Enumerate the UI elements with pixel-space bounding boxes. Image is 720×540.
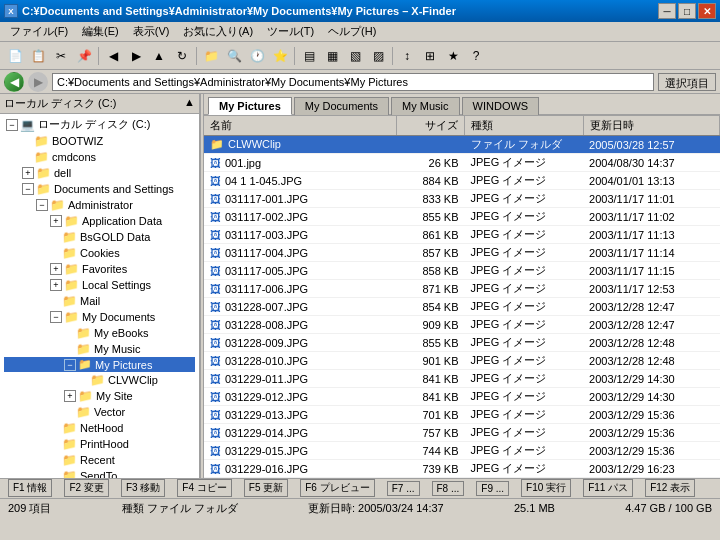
- table-row[interactable]: 🖼031228-009.JPG 855 KB JPEG イメージ 2003/12…: [204, 334, 720, 352]
- table-row[interactable]: 🖼031117-003.JPG 861 KB JPEG イメージ 2003/11…: [204, 226, 720, 244]
- fkey-f10[interactable]: F10 実行: [521, 479, 571, 497]
- col-header-size[interactable]: サイズ: [396, 116, 464, 136]
- menu-edit[interactable]: 編集(E): [76, 22, 125, 41]
- back-button[interactable]: ◀: [4, 72, 24, 92]
- toolbar-btn-sort[interactable]: ↕: [396, 45, 418, 67]
- toolbar-btn-paste[interactable]: 📌: [73, 45, 95, 67]
- tree-item-recent[interactable]: 📁 Recent: [4, 452, 195, 468]
- tree-expand-local[interactable]: +: [50, 279, 62, 291]
- toolbar-btn-history[interactable]: 🕐: [246, 45, 268, 67]
- tree-expand-admin[interactable]: −: [36, 199, 48, 211]
- tree-item-bsgold[interactable]: 📁 BsGOLD Data: [4, 229, 195, 245]
- toolbar-btn-new[interactable]: 📄: [4, 45, 26, 67]
- fkey-f3[interactable]: F3 移動: [121, 479, 165, 497]
- fkey-f11[interactable]: F11 パス: [583, 479, 633, 497]
- menu-file[interactable]: ファイル(F): [4, 22, 74, 41]
- table-row[interactable]: 🖼031117-006.JPG 871 KB JPEG イメージ 2003/11…: [204, 280, 720, 298]
- table-row[interactable]: 🖼031229-017.JPG 860 KB JPEG イメージ 2003/12…: [204, 478, 720, 479]
- tree-item-dell[interactable]: + 📁 dell: [4, 165, 195, 181]
- tree-item-local-settings[interactable]: + 📁 Local Settings: [4, 277, 195, 293]
- tree-item-bootwiz[interactable]: 📁 BOOTWIZ: [4, 133, 195, 149]
- tab-mypictures[interactable]: My Pictures: [208, 97, 292, 115]
- dropdown-label[interactable]: 選択項目: [658, 73, 716, 91]
- table-row[interactable]: 🖼031228-010.JPG 901 KB JPEG イメージ 2003/12…: [204, 352, 720, 370]
- tree-item-admin[interactable]: − 📁 Administrator: [4, 197, 195, 213]
- file-list[interactable]: 名前 サイズ 種類 更新日時 📁CLWWClip ファイル フォルダ 2005/…: [204, 116, 720, 478]
- tree-item-appdata[interactable]: + 📁 Application Data: [4, 213, 195, 229]
- fkey-f9[interactable]: F9 ...: [476, 481, 509, 496]
- toolbar-btn-view2[interactable]: ▦: [321, 45, 343, 67]
- tree-item-mysite[interactable]: + 📁 My Site: [4, 388, 195, 404]
- tree-expand-mysite[interactable]: +: [64, 390, 76, 402]
- table-row[interactable]: 🖼031229-011.JPG 841 KB JPEG イメージ 2003/12…: [204, 370, 720, 388]
- table-row[interactable]: 🖼031229-015.JPG 744 KB JPEG イメージ 2003/12…: [204, 442, 720, 460]
- table-row[interactable]: 🖼031228-007.JPG 854 KB JPEG イメージ 2003/12…: [204, 298, 720, 316]
- menu-help[interactable]: ヘルプ(H): [322, 22, 382, 41]
- tree-item-mail[interactable]: 📁 Mail: [4, 293, 195, 309]
- toolbar-btn-forward[interactable]: ▶: [125, 45, 147, 67]
- tree-item-mydocs[interactable]: − 📁 My Documents: [4, 309, 195, 325]
- tree-expand-dell[interactable]: +: [22, 167, 34, 179]
- tree-expand-appdata[interactable]: +: [50, 215, 62, 227]
- table-row[interactable]: 🖼031117-001.JPG 833 KB JPEG イメージ 2003/11…: [204, 190, 720, 208]
- table-row[interactable]: 🖼031229-016.JPG 739 KB JPEG イメージ 2003/12…: [204, 460, 720, 478]
- tree-expand-favorites[interactable]: +: [50, 263, 62, 275]
- tree-item-cookies[interactable]: 📁 Cookies: [4, 245, 195, 261]
- tree-item-vector[interactable]: 📁 Vector: [4, 404, 195, 420]
- tree-item-sendto[interactable]: 📁 SendTo: [4, 468, 195, 478]
- menu-view[interactable]: 表示(V): [127, 22, 176, 41]
- tree-item-myebooks[interactable]: 📁 My eBooks: [4, 325, 195, 341]
- toolbar-btn-search[interactable]: 🔍: [223, 45, 245, 67]
- tab-mydocuments[interactable]: My Documents: [294, 97, 389, 115]
- tree-item-drive[interactable]: − 💻 ローカル ディスク (C:): [4, 116, 195, 133]
- fkey-f6[interactable]: F6 プレビュー: [300, 479, 374, 497]
- toolbar-btn-help[interactable]: ?: [465, 45, 487, 67]
- tree-expand-mypictures[interactable]: −: [64, 359, 76, 371]
- toolbar-btn-up[interactable]: ▲: [148, 45, 170, 67]
- table-row[interactable]: 📁CLWWClip ファイル フォルダ 2005/03/28 12:57: [204, 136, 720, 154]
- menu-favorites[interactable]: お気に入り(A): [177, 22, 259, 41]
- table-row[interactable]: 🖼031229-012.JPG 841 KB JPEG イメージ 2003/12…: [204, 388, 720, 406]
- tab-mymusic[interactable]: My Music: [391, 97, 459, 115]
- table-row[interactable]: 🖼001.jpg 26 KB JPEG イメージ 2004/08/30 14:3…: [204, 154, 720, 172]
- table-row[interactable]: 🖼031117-002.JPG 855 KB JPEG イメージ 2003/11…: [204, 208, 720, 226]
- tree-item-nethood[interactable]: 📁 NetHood: [4, 420, 195, 436]
- tree-expand-mydocs[interactable]: −: [50, 311, 62, 323]
- toolbar-btn-view4[interactable]: ▨: [367, 45, 389, 67]
- col-header-type[interactable]: 種類: [465, 116, 584, 136]
- toolbar-btn-filter[interactable]: ⊞: [419, 45, 441, 67]
- tree-collapse-icon[interactable]: ▲: [184, 96, 195, 111]
- col-header-date[interactable]: 更新日時: [583, 116, 719, 136]
- close-button[interactable]: ✕: [698, 3, 716, 19]
- menu-tools[interactable]: ツール(T): [261, 22, 320, 41]
- forward-button[interactable]: ▶: [28, 72, 48, 92]
- address-input[interactable]: [52, 73, 654, 91]
- tree-item-printhood[interactable]: 📁 PrintHood: [4, 436, 195, 452]
- table-row[interactable]: 🖼031228-008.JPG 909 KB JPEG イメージ 2003/12…: [204, 316, 720, 334]
- toolbar-btn-refresh[interactable]: ↻: [171, 45, 193, 67]
- toolbar-btn-view3[interactable]: ▧: [344, 45, 366, 67]
- tree-item-docs-settings[interactable]: − 📁 Documents and Settings: [4, 181, 195, 197]
- table-row[interactable]: 🖼031229-014.JPG 757 KB JPEG イメージ 2003/12…: [204, 424, 720, 442]
- tree-item-favorites[interactable]: + 📁 Favorites: [4, 261, 195, 277]
- toolbar-btn-view1[interactable]: ▤: [298, 45, 320, 67]
- fkey-f5[interactable]: F5 更新: [244, 479, 288, 497]
- tree-expand-docs[interactable]: −: [22, 183, 34, 195]
- table-row[interactable]: 🖼031117-004.JPG 857 KB JPEG イメージ 2003/11…: [204, 244, 720, 262]
- tree-item-mymusic[interactable]: 📁 My Music: [4, 341, 195, 357]
- toolbar-btn-cut[interactable]: ✂: [50, 45, 72, 67]
- toolbar-btn-folder[interactable]: 📁: [200, 45, 222, 67]
- tree-expand-drive[interactable]: −: [6, 119, 18, 131]
- toolbar-btn-favorites[interactable]: ⭐: [269, 45, 291, 67]
- toolbar-btn-back[interactable]: ◀: [102, 45, 124, 67]
- maximize-button[interactable]: □: [678, 3, 696, 19]
- minimize-button[interactable]: ─: [658, 3, 676, 19]
- toolbar-btn-star[interactable]: ★: [442, 45, 464, 67]
- table-row[interactable]: 🖼031229-013.JPG 701 KB JPEG イメージ 2003/12…: [204, 406, 720, 424]
- fkey-f2[interactable]: F2 変更: [64, 479, 108, 497]
- fkey-f8[interactable]: F8 ...: [432, 481, 465, 496]
- tab-windows[interactable]: WINDOWS: [462, 97, 540, 115]
- fkey-f12[interactable]: F12 表示: [645, 479, 695, 497]
- tree-item-clvwclip[interactable]: 📁 CLVWClip: [4, 372, 195, 388]
- fkey-f4[interactable]: F4 コピー: [177, 479, 231, 497]
